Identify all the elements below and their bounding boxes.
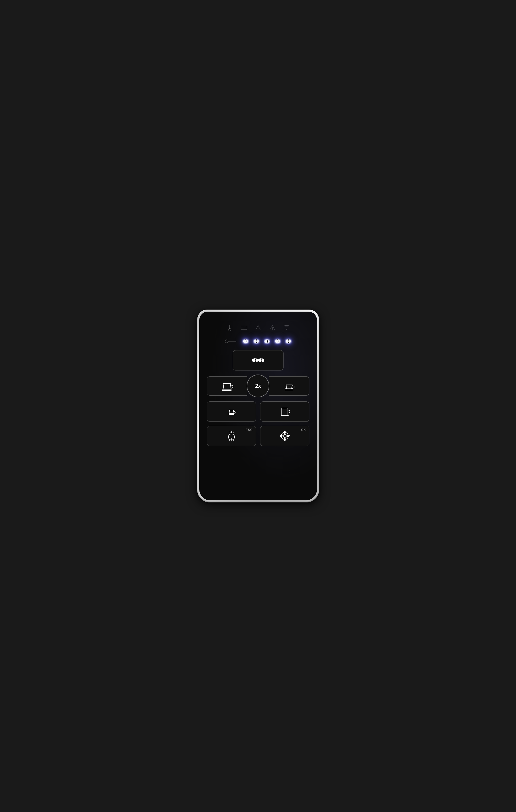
svg-point-25	[252, 358, 258, 362]
svg-point-21	[254, 340, 259, 343]
svg-point-22	[264, 340, 269, 343]
bean-4	[275, 339, 281, 344]
lungo-button[interactable]	[260, 401, 309, 422]
strength-label-icon	[225, 339, 237, 344]
bean-1	[242, 339, 249, 344]
esc-steam-button[interactable]: ESC	[207, 426, 256, 446]
svg-point-20	[243, 340, 248, 343]
machine-inner-panel: 2x	[199, 312, 317, 500]
2x-label: 2x	[255, 383, 261, 389]
bean-3	[264, 339, 270, 344]
svg-rect-9	[258, 327, 258, 328]
status-icons-row	[226, 324, 290, 331]
descale-icon	[255, 324, 262, 331]
bean-5	[285, 339, 292, 344]
ok-grind-button[interactable]: OK	[260, 426, 309, 446]
svg-point-18	[225, 340, 228, 343]
double-espresso-button[interactable]	[233, 350, 284, 371]
water-tray-icon	[240, 324, 248, 331]
buttons-area: 2x	[207, 350, 309, 446]
bean-2	[253, 339, 260, 344]
2x-multiplier-button[interactable]: 2x	[247, 375, 269, 397]
middle-row: 2x	[207, 375, 309, 397]
temperature-icon	[226, 324, 233, 331]
svg-rect-33	[282, 408, 288, 416]
strength-row	[225, 339, 292, 344]
svg-line-38	[233, 438, 233, 440]
svg-point-13	[272, 329, 273, 329]
svg-point-26	[258, 358, 264, 362]
machine-outer-shell: 2x	[197, 310, 319, 502]
lower-buttons-grid: ESC OK	[207, 401, 309, 446]
esc-label: ESC	[246, 428, 253, 432]
ok-label: OK	[301, 428, 306, 432]
svg-line-37	[229, 438, 230, 440]
svg-point-40	[283, 434, 286, 437]
ristretto-double-button[interactable]	[207, 376, 247, 396]
svg-point-10	[258, 329, 258, 329]
svg-point-23	[275, 340, 280, 343]
filter-icon	[283, 324, 290, 331]
svg-point-24	[286, 340, 291, 343]
espresso-button[interactable]	[207, 401, 256, 422]
coffee-single-button[interactable]	[269, 376, 309, 396]
warning-icon	[269, 324, 276, 331]
